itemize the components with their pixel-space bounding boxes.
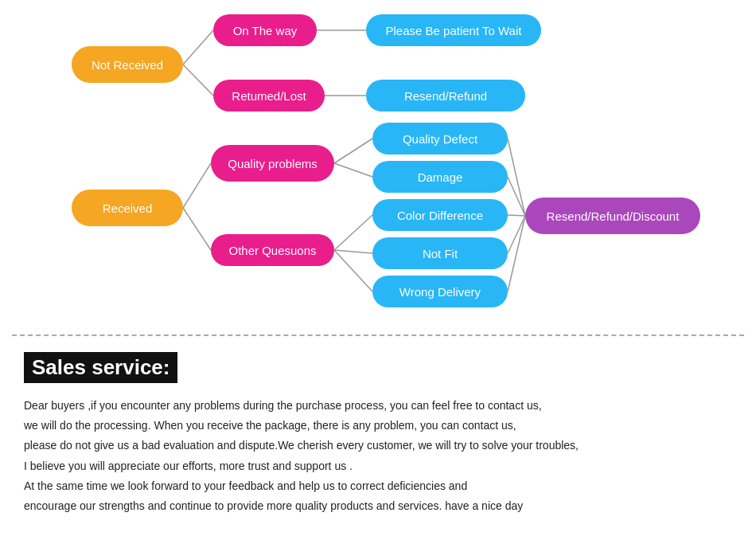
please-wait-node: Please Be patient To Wait <box>366 14 541 46</box>
sales-section: Sales service: Dear buyers ,if you encou… <box>0 336 756 536</box>
svg-line-7 <box>334 163 372 177</box>
svg-line-14 <box>508 216 525 253</box>
svg-line-0 <box>183 30 213 65</box>
returned-node: Retumed/Lost <box>213 80 325 112</box>
svg-line-12 <box>508 177 525 216</box>
color-difference-node: Color Difference <box>372 199 508 231</box>
svg-line-10 <box>334 250 372 291</box>
resend-refund-discount-node: Resend/Refund/Discount <box>525 198 700 234</box>
sales-line-6: encourage our strengths and continue to … <box>24 496 732 516</box>
svg-line-8 <box>334 215 372 250</box>
svg-line-6 <box>334 139 372 163</box>
sales-line-3: please do not give us a bad evaluation a… <box>24 436 732 456</box>
svg-line-11 <box>508 139 525 216</box>
on-the-way-node: On The way <box>213 14 317 46</box>
svg-line-5 <box>183 208 211 250</box>
svg-line-9 <box>334 250 372 253</box>
sales-title: Sales service: <box>24 352 177 383</box>
sales-line-2: we will do the processing. When you rece… <box>24 416 732 436</box>
quality-defect-node: Quality Defect <box>372 123 508 155</box>
not-received-node: Not Received <box>72 46 183 83</box>
damage-node: Damage <box>372 161 508 193</box>
other-quesuons-node: Other Quesuons <box>211 234 334 266</box>
sales-line-1: Dear buyers ,if you encounter any proble… <box>24 396 732 416</box>
svg-line-13 <box>508 215 525 216</box>
not-fit-node: Not Fit <box>372 237 508 269</box>
diagram-section: Not Received On The way Retumed/Lost Ple… <box>0 0 756 335</box>
sales-line-4: I believe you will appreciate our effort… <box>24 456 732 476</box>
sales-text: Dear buyers ,if you encounter any proble… <box>24 396 732 516</box>
svg-line-15 <box>508 216 525 291</box>
svg-line-1 <box>183 65 213 96</box>
wrong-delivery-node: Wrong Delivery <box>372 276 508 307</box>
resend-refund-node: Resend/Refund <box>366 80 525 112</box>
sales-line-5: At the same time we look forward to your… <box>24 476 732 496</box>
quality-problems-node: Quality problems <box>211 145 334 182</box>
svg-line-4 <box>183 163 211 208</box>
received-node: Received <box>72 190 183 226</box>
